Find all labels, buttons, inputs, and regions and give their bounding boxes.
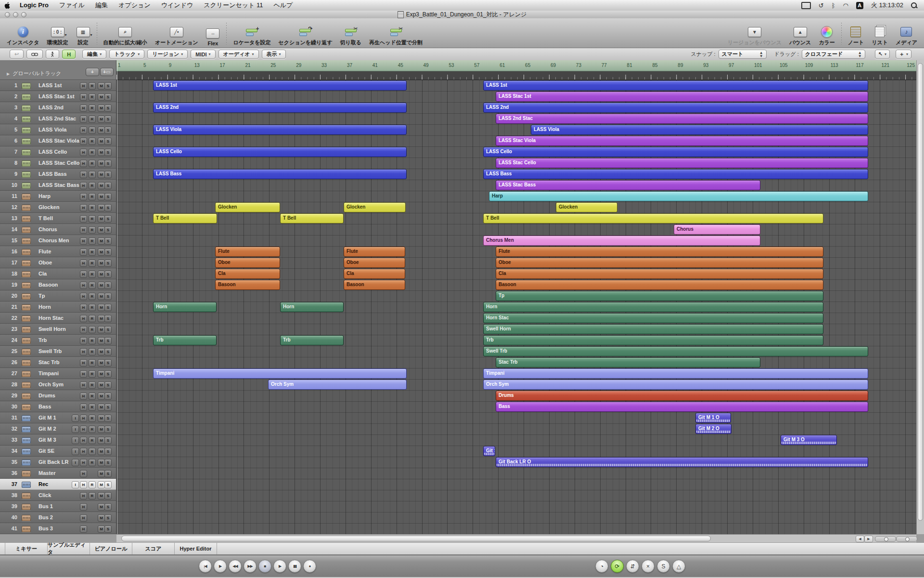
- solo-button[interactable]: S: [104, 370, 112, 378]
- mute-button[interactable]: M: [98, 171, 105, 178]
- add-track-button[interactable]: +: [86, 68, 99, 76]
- hide-button[interactable]: H: [80, 437, 87, 444]
- region-orch-sym[interactable]: Orch Sym: [483, 380, 868, 390]
- mute-button[interactable]: M: [98, 426, 105, 433]
- solo-button[interactable]: S: [657, 560, 670, 573]
- mute-button[interactable]: M: [98, 204, 105, 211]
- record-enable-button[interactable]: R: [89, 448, 96, 455]
- hide-button[interactable]: H: [80, 171, 87, 178]
- scroll-right-button[interactable]: ▶: [864, 536, 873, 542]
- solo-button[interactable]: S: [104, 393, 112, 400]
- solo-button[interactable]: S: [104, 381, 112, 389]
- play-from-selection-button[interactable]: ▶: [214, 560, 227, 573]
- record-enable-button[interactable]: R: [89, 315, 96, 322]
- time-machine-icon[interactable]: ↺: [819, 2, 824, 9]
- toolbar-button-settings[interactable]: ▦設定: [72, 19, 94, 46]
- track-row-lass-cello[interactable]: 7LASS CelloHRMS: [0, 146, 116, 158]
- record-button[interactable]: ●: [303, 560, 316, 573]
- hide-button[interactable]: H: [80, 304, 87, 311]
- mute-button[interactable]: M: [98, 315, 105, 322]
- solo-button[interactable]: S: [104, 459, 112, 466]
- hide-button[interactable]: H: [80, 93, 87, 101]
- track-row-lass-stac-bass[interactable]: 10LASS Stac BassHRMS: [0, 180, 116, 191]
- region-horn[interactable]: Horn: [483, 302, 823, 312]
- input-monitor-button[interactable]: I: [72, 415, 79, 422]
- solo-button[interactable]: S: [104, 105, 112, 112]
- tab-ミキサー[interactable]: ミキサー: [5, 543, 48, 554]
- mute-button[interactable]: M: [98, 348, 105, 355]
- solo-button[interactable]: S: [104, 470, 112, 477]
- track-row-flute[interactable]: 16FluteHRMS: [0, 246, 116, 257]
- solo-button[interactable]: S: [104, 492, 112, 499]
- record-enable-button[interactable]: R: [89, 171, 96, 178]
- arrange-menu-1[interactable]: トラック▾: [109, 50, 144, 59]
- menu-1[interactable]: ファイル: [54, 1, 90, 9]
- hide-button[interactable]: H: [80, 525, 87, 533]
- input-monitor-button[interactable]: I: [72, 437, 79, 444]
- menu-5[interactable]: スクリーンセット 11: [198, 1, 268, 9]
- solo-button[interactable]: S: [104, 337, 112, 344]
- solo-button[interactable]: S: [104, 226, 112, 234]
- solo-button[interactable]: S: [104, 514, 112, 522]
- track-row-bus-2[interactable]: 40Bus 2HMS: [0, 512, 116, 523]
- toolbar-button-auto-zoom[interactable]: ⌕自動的に拡大/縮小: [100, 19, 151, 46]
- region-flute[interactable]: Flute: [215, 247, 280, 257]
- global-tracks-disclosure[interactable]: グローバルトラック: [7, 70, 61, 77]
- arrange-area[interactable]: LASS 1stLASS 2ndLASS ViolaLASS CelloLASS…: [116, 80, 916, 534]
- region-stac-trb[interactable]: Stac Trb: [496, 357, 760, 368]
- region-git-m-3-o[interactable]: Git M 3 O: [781, 435, 837, 445]
- region-lass-cello[interactable]: LASS Cello: [153, 147, 407, 157]
- track-row-bus-1[interactable]: 39Bus 1HMS: [0, 501, 116, 512]
- mute-button[interactable]: M: [98, 105, 105, 112]
- mute-button[interactable]: M: [98, 492, 105, 499]
- toolbar-button-set-locators[interactable]: +ロケータを設定: [229, 19, 274, 46]
- solo-button[interactable]: S: [104, 437, 112, 444]
- record-enable-button[interactable]: R: [89, 492, 96, 499]
- play-button[interactable]: ▶: [273, 560, 286, 573]
- record-enable-button[interactable]: R: [89, 82, 96, 90]
- region-lass-bass[interactable]: LASS Bass: [483, 169, 868, 179]
- solo-button[interactable]: S: [104, 215, 112, 223]
- menu-clock[interactable]: 火 13:13:02: [871, 1, 903, 10]
- menu-6[interactable]: ヘルプ: [268, 1, 298, 9]
- region-basoon[interactable]: Basoon: [496, 280, 823, 290]
- horizontal-scroll-thumb[interactable]: [121, 536, 711, 541]
- track-row-t-bell[interactable]: 13T BellHRMS: [0, 213, 116, 224]
- toolbar-button-lists[interactable]: リスト: [868, 19, 892, 46]
- catch-playhead-button[interactable]: [46, 50, 59, 59]
- region-chorus[interactable]: Chorus: [674, 224, 760, 235]
- arrange-menu-5[interactable]: 表示▾: [262, 50, 286, 59]
- minimize-window-button[interactable]: [13, 12, 18, 17]
- pause-button[interactable]: ▮▮: [288, 560, 301, 573]
- tab-スコア[interactable]: スコア: [132, 543, 175, 554]
- hide-button[interactable]: H: [80, 514, 87, 522]
- metronome-button[interactable]: △: [672, 560, 685, 573]
- tuner-button[interactable]: ◔: [595, 560, 608, 573]
- input-monitor-button[interactable]: I: [72, 448, 79, 455]
- hide-button[interactable]: H: [80, 82, 87, 90]
- track-row-lass-viola[interactable]: 5LASS ViolaHRMS: [0, 124, 116, 135]
- record-enable-button[interactable]: R: [89, 215, 96, 223]
- hide-button[interactable]: H: [80, 127, 87, 134]
- track-row-click[interactable]: 38ClickHRMS: [0, 490, 116, 501]
- solo-button[interactable]: S: [104, 448, 112, 455]
- region-lass-stac-1st[interactable]: LASS Stac 1st: [496, 92, 868, 102]
- rewind-to-start-button[interactable]: |◀: [199, 560, 212, 573]
- hide-button[interactable]: H: [80, 326, 87, 333]
- hide-button[interactable]: H: [80, 160, 87, 167]
- hide-button[interactable]: H: [80, 215, 87, 223]
- solo-button[interactable]: S: [104, 293, 112, 300]
- region-git-back-lr-o[interactable]: Git Back LR O: [496, 457, 868, 467]
- toolbar-button-bounce-regions[interactable]: ▼リージョンをバウンス: [724, 19, 785, 46]
- apple-menu-icon[interactable]: [0, 1, 14, 10]
- input-monitor-button[interactable]: I: [72, 481, 79, 488]
- hide-button[interactable]: H: [80, 448, 87, 455]
- replace-button[interactable]: ×: [642, 560, 654, 573]
- solo-button[interactable]: S: [104, 348, 112, 355]
- region-flute[interactable]: Flute: [344, 247, 405, 257]
- region-glocken[interactable]: Glocken: [215, 202, 280, 212]
- hide-button[interactable]: H: [80, 249, 87, 256]
- hide-button[interactable]: H: [80, 481, 87, 488]
- solo-button[interactable]: S: [104, 525, 112, 533]
- track-row-basoon[interactable]: 19BasoonHRMS: [0, 279, 116, 290]
